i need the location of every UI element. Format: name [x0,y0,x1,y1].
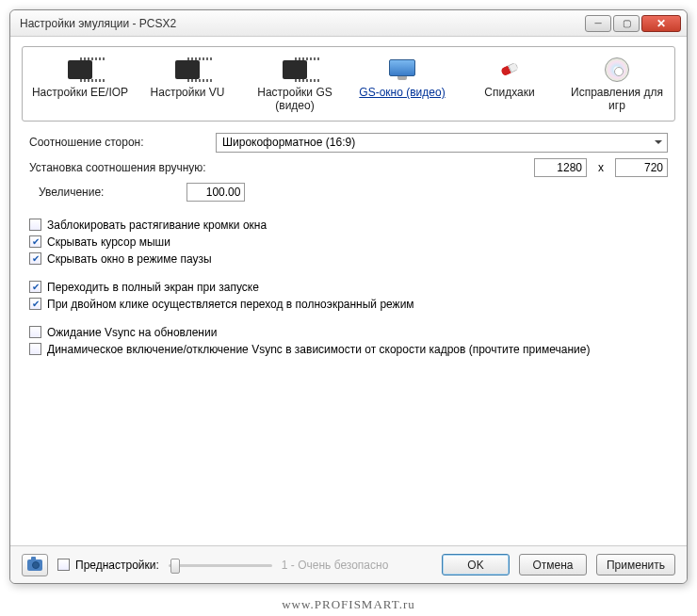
check-label: Заблокировать растягивание кромки окна [47,219,267,232]
manual-aspect-label: Установка соотношения вручную: [29,161,208,174]
check-lock-resize-row[interactable]: Заблокировать растягивание кромки окна [29,219,668,232]
manual-height-input[interactable]: 720 [615,158,668,177]
check-label: Ожидание Vsync на обновлении [47,326,217,339]
form-panel: Соотношение сторон: Широкоформатное (16:… [22,133,675,356]
chip-icon [175,60,200,79]
check-vsync-dynamic-row[interactable]: Динамическое включение/отключение Vsync … [29,343,668,356]
cancel-button[interactable]: Отмена [519,554,587,575]
close-button[interactable]: ✕ [641,15,681,32]
check-label: Переходить в полный экран при запуске [47,281,259,294]
check-fullscreen-start-row[interactable]: Переходить в полный экран при запуске [29,281,668,294]
zoom-input[interactable]: 100.00 [186,183,245,202]
tab-gamefixes[interactable]: Исправления для игр [563,53,671,115]
checkbox-icon [29,326,41,338]
presets-slider[interactable] [169,557,272,574]
checkbox-icon [29,298,41,310]
checkbox-icon [29,235,41,248]
tab-vu[interactable]: Настройки VU [134,53,241,115]
tab-gs-window[interactable]: GS-окно (видео) [348,53,456,115]
aspect-ratio-select[interactable]: Широкоформатное (16:9) [216,133,668,153]
check-vsync-wait-row[interactable]: Ожидание Vsync на обновлении [29,326,668,339]
check-label: Скрывать курсор мыши [47,235,170,249]
tab-ee-iop[interactable]: Настройки EE/IOP [26,53,134,115]
camera-icon [27,559,42,571]
checkbox-icon [57,559,70,571]
check-label: При двойном клике осуществляется переход… [47,298,414,311]
window-buttons: ─ ▢ ✕ [585,15,681,32]
presets-toggle[interactable]: Преднастройки: [57,559,159,572]
check-hide-pause-row[interactable]: Скрывать окно в режиме паузы [29,252,668,266]
check-label: Скрывать окно в режиме паузы [47,252,212,266]
checkbox-icon [29,252,41,265]
manual-width-input[interactable]: 1280 [534,158,587,177]
dimension-separator: x [598,161,604,174]
ok-button[interactable]: OK [442,554,510,575]
pill-icon [498,58,521,81]
checkbox-icon [29,343,41,355]
window-title: Настройки эмуляции - PCSX2 [20,17,176,30]
check-label: Динамическое включение/отключение Vsync … [47,343,590,356]
screenshot-button[interactable] [22,554,48,576]
content-area: Настройки EE/IOP Настройки VU Настройки … [10,37,687,369]
minimize-button[interactable]: ─ [585,15,611,32]
check-hide-cursor-row[interactable]: Скрывать курсор мыши [29,235,668,249]
presets-slider-text: 1 - Очень безопасно [282,559,388,572]
tab-speedhacks[interactable]: Спидхаки [456,53,563,115]
zoom-label: Увеличение: [29,186,104,199]
chip-icon [68,60,92,79]
chip-icon [283,60,307,79]
aspect-ratio-value: Широкоформатное (16:9) [222,136,355,149]
checkbox-icon [29,281,41,293]
apply-button[interactable]: Применить [596,554,675,575]
disc-icon [605,57,629,82]
settings-window: Настройки эмуляции - PCSX2 ─ ▢ ✕ Настрой… [9,9,688,584]
footer: Преднастройки: 1 - Очень безопасно OK От… [10,545,687,583]
titlebar[interactable]: Настройки эмуляции - PCSX2 ─ ▢ ✕ [10,10,687,37]
tab-gs-video[interactable]: Настройки GS (видео) [241,53,348,115]
checkbox-icon [29,219,41,231]
aspect-ratio-label: Соотношение сторон: [29,136,208,149]
monitor-icon [389,59,415,80]
watermark: www.PROFISMART.ru [0,597,697,612]
presets-label: Преднастройки: [75,559,159,572]
check-dblclick-full-row[interactable]: При двойном клике осуществляется переход… [29,298,668,311]
tab-bar: Настройки EE/IOP Настройки VU Настройки … [22,46,675,122]
maximize-button[interactable]: ▢ [613,15,640,32]
